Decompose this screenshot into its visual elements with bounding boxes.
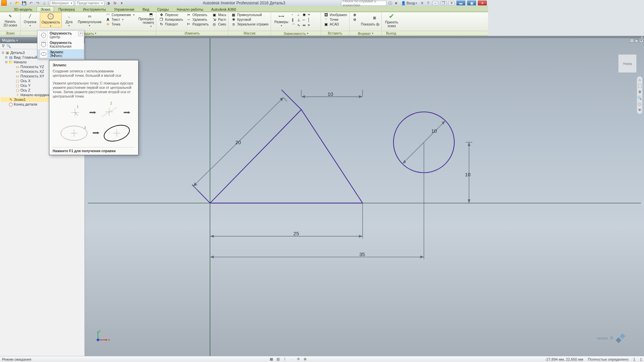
centerline-toggle[interactable]: ⊖ — [352, 17, 358, 22]
tab-a360[interactable]: Autodesk A360 — [208, 6, 240, 12]
doc-restore-button[interactable]: ❐ — [440, 1, 446, 5]
parallel-icon[interactable]: ∥ — [292, 18, 297, 23]
qat-undo-icon[interactable]: ↶ — [28, 0, 34, 6]
horizontal-icon[interactable]: ─ — [303, 18, 308, 23]
rectangle-button[interactable]: ▭Прямоугольник▾ — [76, 12, 103, 27]
qat-redo-icon[interactable]: ↷ — [35, 0, 40, 6]
rotate-button[interactable]: ↻Поворот — [158, 22, 184, 26]
help-icon[interactable]: ? — [426, 1, 430, 5]
sketch-canvas[interactable]: 10 10 20 25 35 10 — [85, 38, 488, 274]
dimension-button[interactable]: ⟼Размеры▾ — [273, 12, 290, 27]
sketch-panel-label: Эскиз — [0, 31, 20, 36]
point-icon: ✚ — [106, 22, 110, 26]
circle-button[interactable]: Окружность▾ — [40, 12, 62, 27]
points-button[interactable]: ∵Точки — [323, 17, 347, 22]
format-panel-label[interactable]: Формат ▾ — [350, 31, 382, 36]
doc-close-button[interactable]: ✕ — [448, 1, 454, 5]
qat-home-icon[interactable]: ⌂ — [42, 0, 47, 6]
constraint-icons[interactable]: ◦⟂◉⌖ ∥⊥─│ ⌒∿⇔= — [292, 12, 313, 28]
insert-panel-label: Вставить — [321, 31, 350, 36]
concentric-icon[interactable]: ◉ — [303, 12, 308, 17]
qat-fx-icon[interactable]: fx — [112, 0, 118, 6]
mirror-button[interactable]: ⧈Зеркальное отражение — [230, 22, 269, 26]
acad-icon: ▣ — [324, 22, 328, 26]
window-close-button[interactable]: ✕ — [478, 1, 487, 5]
dim-top: 10 — [328, 91, 333, 97]
coincident-icon[interactable]: ◦ — [292, 12, 297, 17]
qat-more-icon[interactable]: ▾ — [119, 0, 124, 6]
ellipse-option[interactable]: ЭллипсЭллипс — [38, 49, 84, 59]
smooth-icon[interactable]: ∿ — [297, 23, 302, 28]
scale-button[interactable]: ▣Масштаб — [211, 12, 226, 17]
split-button[interactable]: ⊢Разделить — [186, 22, 209, 26]
tooltip-footer: Нажмите F1 для получения справки — [53, 147, 135, 153]
construction-toggle[interactable]: ⊕ — [352, 12, 358, 17]
finish-sketch-button[interactable]: ✔Принять эскиз — [384, 12, 398, 27]
collinear-icon[interactable]: ⟂ — [297, 12, 302, 17]
appearance-selector[interactable]: Представлен▾ — [75, 1, 104, 6]
circle-tangent-option[interactable]: ОкружностьКасательная — [38, 40, 84, 49]
perpendicular-icon[interactable]: ⊥ — [297, 18, 302, 23]
tab-view[interactable]: Вид — [139, 6, 153, 12]
dim-base: 25 — [293, 231, 299, 236]
project-geometry-button[interactable]: ⬒Проецирование геометрии▾ — [137, 12, 154, 27]
qat-appearance-icon[interactable]: ◑ — [106, 0, 111, 6]
construction-icon: ⊕ — [352, 12, 357, 17]
tab-tools[interactable]: Инструменты — [79, 6, 110, 12]
qat-open-icon[interactable]: 📂 — [15, 0, 20, 6]
pattern-panel-label: Массив — [228, 31, 271, 36]
circle-tangent-icon — [40, 41, 48, 49]
doc-minimize-button[interactable]: – — [432, 1, 438, 5]
show-format-button[interactable]: ⊞Показать формат — [360, 12, 379, 27]
extend-button[interactable]: ↔Удлинить — [186, 17, 209, 22]
fix-icon[interactable]: ⌖ — [308, 12, 313, 17]
find-icon[interactable]: 🔍 — [6, 44, 11, 48]
offset-button[interactable]: ◎Смещение — [211, 22, 226, 26]
ellipse-icon — [40, 50, 48, 58]
sketch-icon: ✎ — [6, 13, 14, 19]
help-search-input[interactable]: Поиск по справке и командам. — [341, 1, 386, 6]
text-button[interactable]: AТекст▾ — [105, 17, 135, 22]
info-icon[interactable]: ⓘ — [388, 1, 392, 6]
acad-button[interactable]: ▣ACAD — [323, 22, 347, 26]
window-maximize-button[interactable]: ▣ — [467, 1, 476, 5]
line-button[interactable]: ╱Отрезок▾ — [22, 12, 38, 27]
material-selector[interactable]: Материал▾ — [50, 1, 74, 6]
tab-manage[interactable]: Управление — [110, 6, 138, 12]
exchange-icon[interactable]: ✕ — [420, 1, 424, 5]
login-button[interactable]: 👤 Вход ▾ — [400, 1, 418, 5]
move-button[interactable]: ✥Перенос — [158, 12, 184, 17]
arc-button[interactable]: ◟Дуга▾ — [64, 12, 74, 27]
tab-3d-model[interactable]: 3D-модель — [10, 6, 36, 12]
dialog-launcher-icon[interactable]: ↗ — [78, 32, 83, 36]
trim-button[interactable]: ✂Обрезать — [186, 12, 209, 17]
rect-pattern-button[interactable]: ▦Прямоугольный — [230, 12, 269, 17]
constrain-panel-label[interactable]: Зависимость ▾ — [271, 31, 321, 36]
points-icon: ∵ — [324, 17, 328, 22]
tab-get-started[interactable]: Начало работы — [173, 6, 207, 12]
symmetric-icon[interactable]: ⇔ — [303, 23, 308, 28]
qat-save-icon[interactable]: 💾 — [21, 0, 27, 6]
tab-environments[interactable]: Среды — [154, 6, 172, 12]
image-button[interactable]: 🖼Изображение — [323, 12, 347, 17]
app-logo[interactable] — [1, 0, 7, 6]
circ-pattern-button[interactable]: ❋Круговой — [230, 17, 269, 22]
circle-center-option[interactable]: ОкружностьЦентр — [38, 31, 84, 40]
window-minimize-button[interactable]: ▬ — [457, 1, 465, 5]
favorite-icon[interactable]: ★ — [394, 1, 398, 5]
point-button[interactable]: ✚Точка — [105, 22, 135, 26]
start-2d-sketch-button[interactable]: ✎ Начать 2D-эскиз — [2, 12, 18, 27]
tab-sketch[interactable]: Эскиз — [37, 6, 54, 12]
circle-icon — [47, 13, 55, 20]
canvas[interactable]: ✕ – ❐ ✕ 10 10 20 — [85, 36, 488, 274]
tab-inspect[interactable]: Проверка — [55, 6, 78, 12]
qat-new-icon[interactable]: ▫ — [8, 0, 13, 6]
equal-icon[interactable]: = — [308, 23, 313, 28]
vertical-icon[interactable]: │ — [308, 18, 313, 23]
stretch-button[interactable]: ⇲Растянуть — [211, 17, 226, 22]
filter-icon[interactable]: ∇ — [2, 44, 4, 48]
image-icon: 🖼 — [324, 12, 328, 17]
tangent-icon[interactable]: ⌒ — [292, 23, 297, 28]
copy-button[interactable]: ❐Копировать — [158, 17, 184, 22]
fillet-button[interactable]: ◠Сопряжение▾ — [105, 12, 135, 17]
